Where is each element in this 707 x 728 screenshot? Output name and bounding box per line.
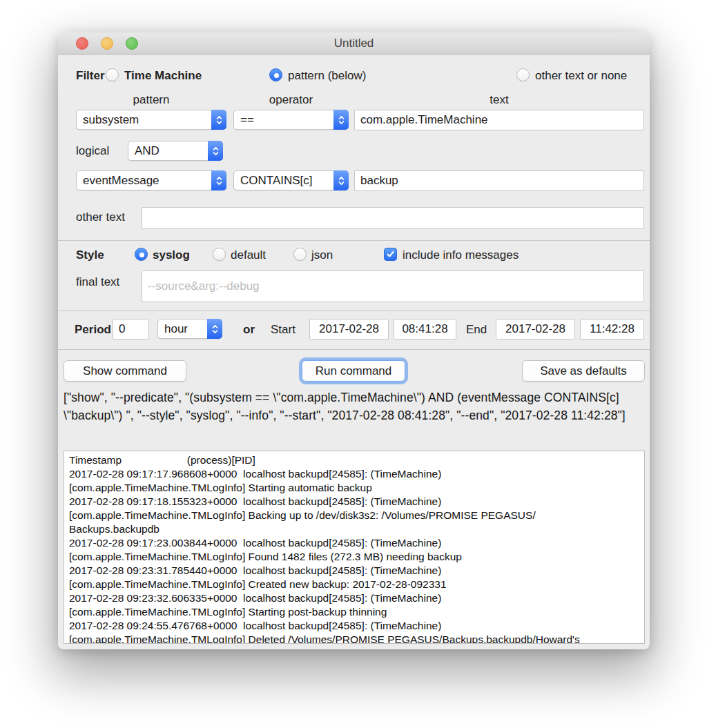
period-value-input[interactable]: [113, 319, 149, 340]
operator-1-value: ==: [240, 113, 254, 127]
operator-column-header: operator: [233, 93, 349, 107]
filter-radio-pattern-below[interactable]: [269, 68, 282, 81]
title-bar[interactable]: Untitled: [58, 32, 650, 55]
include-info-label[interactable]: include info messages: [403, 248, 519, 262]
popup-arrows-icon: [207, 319, 222, 339]
style-label: Style: [76, 248, 104, 262]
show-command-button[interactable]: Show command: [64, 360, 186, 382]
style-radio-default-label[interactable]: default: [231, 248, 266, 262]
section-divider: [58, 240, 650, 241]
operator-1-popup[interactable]: ==: [233, 110, 349, 130]
pattern-2-value: eventMessage: [83, 174, 159, 188]
command-preview-text: ["show", "--predicate", "(subsystem == \…: [64, 388, 645, 424]
pattern-2-popup[interactable]: eventMessage: [76, 170, 226, 190]
popup-arrows-icon: [211, 110, 226, 130]
pattern-column-header: pattern: [76, 93, 226, 107]
filter-radio-other-text-label[interactable]: other text or none: [535, 69, 627, 83]
final-text-label: final text: [76, 275, 119, 289]
include-info-checkbox[interactable]: [384, 248, 397, 261]
filter-label: Filter: [76, 69, 105, 83]
style-radio-default[interactable]: [213, 248, 226, 261]
logical-popup[interactable]: AND: [128, 141, 223, 161]
final-text-input[interactable]: [142, 270, 644, 302]
text-2-input[interactable]: [354, 170, 644, 191]
operator-2-popup[interactable]: CONTAINS[c]: [233, 170, 349, 190]
filter-radio-time-machine-label[interactable]: Time Machine: [124, 69, 202, 83]
pattern-1-popup[interactable]: subsystem: [76, 110, 226, 130]
save-as-defaults-button[interactable]: Save as defaults: [522, 360, 645, 382]
end-date-input[interactable]: [496, 319, 575, 340]
operator-2-value: CONTAINS[c]: [240, 174, 313, 188]
section-divider: [58, 311, 650, 311]
period-unit-popup[interactable]: hour: [157, 319, 222, 339]
popup-arrows-icon: [208, 141, 223, 161]
window-title: Untitled: [58, 32, 650, 55]
style-radio-json-label[interactable]: json: [311, 248, 333, 262]
filter-radio-time-machine[interactable]: [106, 68, 119, 81]
pattern-1-value: subsystem: [83, 113, 139, 127]
style-radio-syslog[interactable]: [135, 248, 148, 261]
section-divider: [58, 349, 650, 350]
filter-radio-other-text[interactable]: [516, 68, 530, 81]
or-label: or: [243, 323, 255, 337]
checkmark-icon: [386, 250, 395, 259]
popup-arrows-icon: [333, 110, 349, 130]
period-label: Period: [75, 323, 111, 337]
popup-arrows-icon: [333, 170, 349, 190]
other-text-label: other text: [76, 210, 125, 224]
start-date-input[interactable]: [309, 319, 389, 340]
logical-value: AND: [135, 144, 159, 158]
start-time-input[interactable]: [394, 319, 456, 340]
logical-label: logical: [76, 144, 109, 158]
start-label: Start: [271, 323, 296, 337]
style-radio-syslog-label[interactable]: syslog: [153, 248, 190, 262]
end-time-input[interactable]: [580, 319, 644, 340]
period-unit-value: hour: [164, 322, 188, 336]
log-output-area[interactable]: Timestamp (process)[PID] 2017-02-28 09:1…: [64, 451, 645, 644]
app-window: Untitled Filter Time Machine pattern (be…: [58, 32, 650, 649]
text-column-header: text: [354, 93, 644, 107]
style-radio-json[interactable]: [293, 248, 307, 261]
run-command-button[interactable]: Run command: [302, 360, 405, 382]
text-1-input[interactable]: [354, 110, 644, 130]
other-text-input[interactable]: [142, 207, 644, 229]
end-label: End: [466, 323, 487, 337]
filter-radio-pattern-below-label[interactable]: pattern (below): [288, 69, 366, 83]
popup-arrows-icon: [211, 170, 226, 190]
